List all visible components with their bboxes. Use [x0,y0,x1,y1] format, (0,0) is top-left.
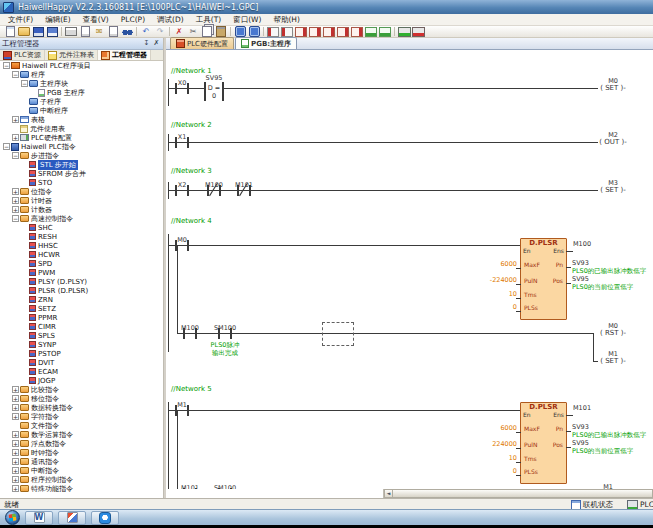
contact-X2[interactable] [174,184,190,197]
tree-item[interactable]: +位指令 [0,187,163,196]
tree-expander-icon[interactable]: + [12,134,19,141]
tree-item[interactable]: DVIT [0,358,163,367]
panel-tab-PLC资源[interactable]: PLC资源 [0,50,45,60]
tree-expander-icon[interactable]: − [12,71,19,78]
tree-item[interactable]: 中断程序 [0,106,163,115]
tree-expander-icon[interactable]: + [12,485,19,492]
tree-item[interactable]: RESH [0,232,163,241]
tree-expander-icon[interactable]: + [12,197,19,204]
tree-expander-icon[interactable]: − [3,62,10,69]
tree-item[interactable]: HHSC [0,241,163,250]
tree-item[interactable]: +特殊功能指令 [0,484,163,493]
panel-close-icon[interactable]: ✗ [152,39,161,48]
tree-item[interactable]: HCWR [0,250,163,259]
tree-expander-icon[interactable]: − [21,80,28,87]
scroll-left-icon[interactable]: ◄ [384,489,393,498]
coil-M2[interactable]: ( OUT )- [598,138,628,146]
tree-item[interactable]: CIMR [0,322,163,331]
tree-expander-icon[interactable]: + [12,449,19,456]
tree-expander-icon[interactable]: − [3,143,10,150]
tree-expander-icon[interactable]: + [12,206,19,213]
tree-item[interactable]: +计数器 [0,205,163,214]
menu-item-P[interactable]: PLC(P) [115,15,151,24]
tree-expander-icon[interactable]: + [12,476,19,483]
tree-item[interactable]: +程序控制指令 [0,475,163,484]
tree-expander-icon[interactable]: + [12,188,19,195]
contact-X1[interactable] [174,136,190,149]
find-icon[interactable] [121,26,134,37]
network-comment[interactable]: //Network 4 [171,217,212,225]
export-icon[interactable] [107,26,120,37]
tree-item[interactable]: SPLS [0,331,163,340]
contact-M100[interactable] [182,327,198,340]
function-block-D.PLSR[interactable]: D.PLSREnEnsM100MaxF6000PulN-224000Tms10P… [520,238,567,320]
menu-item-窗[interactable]: 窗口(W) [227,15,267,25]
panel-pin-icon[interactable]: ↧ [142,39,151,48]
mail-icon[interactable]: ✉ [93,26,106,37]
tree-item[interactable]: +计时器 [0,196,163,205]
tree-item[interactable]: −步进指令 [0,151,163,160]
tree-expander-icon[interactable]: + [12,431,19,438]
contact-SM100[interactable] [217,327,233,340]
insert-contact-nc-icon[interactable] [281,26,294,37]
copy-icon[interactable] [201,26,214,37]
insert-block-icon[interactable] [309,26,322,37]
compare-contact-SV95[interactable] [203,81,225,102]
compile-icon[interactable] [234,26,247,37]
tree-expander-icon[interactable]: + [12,458,19,465]
print-preview-icon[interactable] [79,26,92,37]
network-comment[interactable]: //Network 5 [171,385,212,393]
contact-X0[interactable] [174,82,190,95]
tree-item[interactable]: 元件使用表 [0,124,163,133]
tree-item[interactable]: 文件指令 [0,421,163,430]
plc-upload-icon[interactable] [412,26,425,37]
save-all-icon[interactable] [46,26,59,37]
plc-download-icon[interactable] [398,26,411,37]
tree-item[interactable]: +通讯指令 [0,457,163,466]
taskbar-app-word[interactable]: W [25,511,53,525]
tree-item[interactable]: +数据转换指令 [0,403,163,412]
taskbar-app-haiwell-happy[interactable] [58,511,86,525]
tree-item[interactable]: ECAM [0,367,163,376]
tree-item[interactable]: −程序 [0,70,163,79]
tree-expander-icon[interactable]: − [12,152,19,159]
tree-item[interactable]: SETZ [0,304,163,313]
panel-tab-元件注释表[interactable]: 元件注释表 [45,50,98,60]
coil-M3[interactable]: ( SET )- [598,186,628,194]
tree-item[interactable]: −高速控制指令 [0,214,163,223]
start-button[interactable] [5,510,20,525]
tree-expander-icon[interactable]: + [12,386,19,393]
scrollbar-thumb[interactable] [393,489,653,498]
tree-expander-icon[interactable]: + [12,467,19,474]
tree-item[interactable]: +数学运算指令 [0,430,163,439]
tree-item[interactable]: PSTOP [0,349,163,358]
tree-item[interactable]: SFROM 步合并 [0,169,163,178]
insert-contact-icon[interactable] [267,26,280,37]
menu-item-查[interactable]: 查看(V) [77,15,115,25]
delete-network-icon[interactable] [379,26,392,37]
tree-item[interactable]: ZRN [0,295,163,304]
coil-M1[interactable]: ( SET )- [598,357,628,365]
tree-item[interactable]: PWM [0,268,163,277]
menu-item-调[interactable]: 调试(D) [151,15,190,25]
compile-all-icon[interactable] [248,26,261,37]
horizontal-scrollbar[interactable]: ◄ [383,489,653,498]
function-block-D.PLSR[interactable]: D.PLSREnEnsM101MaxF6000PulN224000Tms10PL… [520,402,567,484]
tree-item[interactable]: +浮点数指令 [0,439,163,448]
insert-coil-icon[interactable] [295,26,308,37]
menu-item-工[interactable]: 工具(T) [190,15,227,25]
tree-item[interactable]: SPD [0,259,163,268]
insert-network-icon[interactable] [365,26,378,37]
tree-item[interactable]: +时钟指令 [0,448,163,457]
tree-expander-icon[interactable]: + [12,440,19,447]
coil-M0[interactable]: ( RST )- [598,329,628,337]
delete-icon[interactable]: ✗ [173,26,186,37]
delete-line-icon[interactable] [351,26,364,37]
tree-expander-icon[interactable]: + [12,404,19,411]
menu-item-文[interactable]: 文件(F) [2,15,39,25]
tree-expander-icon[interactable]: − [12,215,19,222]
tree-item[interactable]: PLSR (D.PLSR) [0,286,163,295]
undo-icon[interactable]: ↶ [140,26,153,37]
open-file-icon[interactable] [18,26,31,37]
menu-item-帮[interactable]: 帮助(H) [267,15,306,25]
